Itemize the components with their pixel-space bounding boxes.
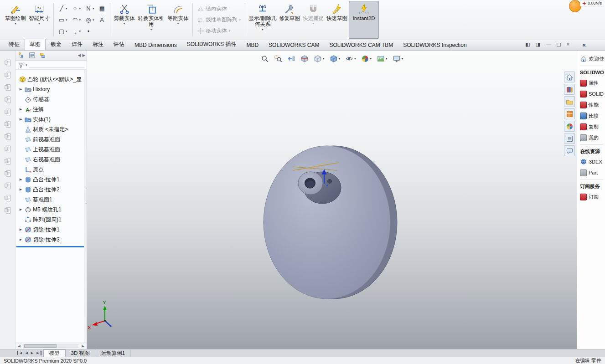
dropdown-arrow-icon[interactable]: ▾ bbox=[239, 18, 241, 22]
task-pane-item-3[interactable]: SOLID bbox=[580, 88, 605, 99]
tab-10[interactable]: SOLIDWORKS CAM TBM bbox=[324, 40, 398, 50]
rapid-sketch-button[interactable]: 快速草图 bbox=[325, 1, 349, 39]
spline-tool-button[interactable]: N▾ bbox=[83, 4, 96, 13]
model-view[interactable]: Y X bbox=[87, 51, 577, 349]
doc-tab-1[interactable]: 3D 视图 bbox=[66, 349, 96, 357]
sketch-button[interactable]: 草图绘制▾ bbox=[4, 1, 27, 39]
doc-tab-2[interactable]: 运动算例1 bbox=[95, 349, 130, 357]
left-toolbar-button-3[interactable] bbox=[3, 95, 13, 105]
dropdown-arrow-icon[interactable]: ▾ bbox=[312, 22, 314, 26]
restore-button[interactable]: ▢ bbox=[556, 41, 561, 47]
dropdown-arrow-icon[interactable]: ▾ bbox=[323, 57, 325, 61]
dropdown-arrow-icon[interactable]: ▾ bbox=[79, 18, 81, 22]
scroll-left-icon[interactable]: ◀ bbox=[16, 344, 22, 348]
expand-arrow-icon[interactable]: ▶ bbox=[18, 238, 23, 241]
text-tool-button[interactable]: A bbox=[97, 15, 107, 24]
left-toolbar-button-7[interactable] bbox=[3, 144, 13, 154]
minimize-button[interactable]: — bbox=[546, 41, 551, 47]
dropdown-arrow-icon[interactable]: ▾ bbox=[229, 29, 231, 33]
collapse-task-pane-button[interactable]: « bbox=[582, 41, 586, 48]
tab-0[interactable]: 特征 bbox=[4, 39, 25, 50]
feature-tree-vscroll[interactable] bbox=[84, 70, 87, 343]
fm-tabs-right-icon[interactable]: ▶ bbox=[83, 53, 85, 57]
edit-appearance-button[interactable]: ▾ bbox=[360, 54, 373, 64]
quick-snaps-button[interactable]: 快速捕捉▾ bbox=[301, 1, 325, 39]
tab-2[interactable]: 钣金 bbox=[46, 39, 67, 50]
dropdown-arrow-icon[interactable]: ▾ bbox=[150, 28, 152, 31]
tree-item-plane-7[interactable]: 右视基准面 bbox=[16, 154, 87, 164]
left-toolbar-button-4[interactable] bbox=[3, 107, 13, 117]
dropdown-arrow-icon[interactable]: ▾ bbox=[93, 7, 94, 10]
dropdown-arrow-icon[interactable]: ▾ bbox=[124, 22, 125, 26]
filter-input[interactable] bbox=[29, 62, 84, 68]
tree-item-plane-6[interactable]: 上视基准面 bbox=[16, 144, 87, 154]
left-toolbar-button-1[interactable] bbox=[3, 70, 13, 80]
appearances-tab[interactable] bbox=[564, 121, 575, 132]
line-tool-button[interactable]: ╱▾ bbox=[57, 4, 69, 13]
tree-item-circular-pattern-13[interactable]: 阵列(圆周)1 bbox=[16, 215, 87, 225]
tree-item-origin-8[interactable]: 原点 bbox=[16, 164, 87, 174]
task-pane-item-2[interactable]: 属性 bbox=[580, 77, 605, 88]
task-pane-item-12[interactable]: 订阅 bbox=[580, 191, 605, 202]
display-style-button[interactable]: ▾ bbox=[328, 54, 341, 64]
tree-item-plane-11[interactable]: 基准面1 bbox=[16, 195, 87, 205]
tab-11[interactable]: SOLIDWORKS Inspection bbox=[398, 40, 471, 50]
tree-root[interactable]: 凸轮 (默认<<默认>_显 bbox=[16, 74, 87, 84]
expand-arrow-icon[interactable]: ▶ bbox=[18, 118, 23, 121]
close-button[interactable]: × bbox=[567, 41, 569, 47]
dropdown-arrow-icon[interactable]: ▾ bbox=[386, 57, 388, 61]
previous-view-button[interactable] bbox=[286, 54, 296, 64]
expand-arrow-icon[interactable]: ▶ bbox=[18, 108, 23, 111]
property-manager-tab[interactable] bbox=[27, 51, 36, 60]
configuration-manager-tab[interactable] bbox=[38, 51, 47, 60]
trim-entities-button[interactable]: 剪裁实体▾ bbox=[113, 1, 136, 39]
rectangle-tool-button[interactable]: ▭▾ bbox=[57, 15, 69, 24]
file-explorer-tab[interactable] bbox=[564, 96, 575, 107]
smart-dimension-button[interactable]: 67智能尺寸▾ bbox=[27, 1, 51, 39]
tree-item-sensor-1[interactable]: 传感器 bbox=[16, 94, 87, 104]
cam-disc[interactable] bbox=[264, 146, 397, 299]
apply-scene-button[interactable]: ▾ bbox=[376, 54, 388, 64]
sketch-picture-tool-button[interactable]: ▦ bbox=[97, 4, 107, 13]
tree-item-thread-12[interactable]: ▶M5 螺纹孔1 bbox=[16, 205, 87, 215]
convert-entities-button[interactable]: 转换实体引用▾ bbox=[136, 1, 166, 39]
task-pane-item-4[interactable]: 性能 bbox=[580, 99, 605, 110]
hide-show-items-button[interactable]: ▾ bbox=[344, 54, 357, 64]
doc-tab-0[interactable]: 模型 bbox=[43, 349, 66, 357]
tree-item-cut-14[interactable]: ▶切除-拉伸1 bbox=[16, 225, 87, 235]
tab-7[interactable]: SOLIDWORKS 插件 bbox=[182, 39, 242, 50]
task-pane-item-10[interactable]: Part bbox=[580, 167, 605, 178]
dock-pane-left-button[interactable]: ◧ bbox=[525, 41, 530, 47]
tree-item-bodies-3[interactable]: ▶实体(1) bbox=[16, 114, 87, 124]
section-view-button[interactable] bbox=[300, 54, 310, 64]
dropdown-arrow-icon[interactable]: ▾ bbox=[354, 57, 356, 61]
next-doc-tab-button[interactable]: ▶ bbox=[30, 351, 35, 355]
custom-properties-tab[interactable] bbox=[564, 133, 575, 144]
first-doc-tab-button[interactable]: ◀ bbox=[17, 351, 23, 355]
display-delete-relations-button[interactable]: 显示/删除几何关系▾ bbox=[248, 1, 278, 39]
move-entities-button[interactable]: 移动实体▾ bbox=[197, 26, 241, 36]
expand-arrow-icon[interactable]: ▶ bbox=[18, 228, 23, 231]
left-toolbar-button-2[interactable] bbox=[3, 82, 13, 92]
task-pane-item-9[interactable]: 3DEX bbox=[580, 156, 605, 167]
tab-4[interactable]: 标注 bbox=[88, 39, 109, 50]
circle-tool-button[interactable]: ○▾ bbox=[70, 4, 83, 13]
arc-tool-button[interactable]: ◠▾ bbox=[70, 15, 83, 24]
scroll-right-icon[interactable]: ▶ bbox=[80, 344, 86, 348]
mirror-entities-button[interactable]: 镜向实体 bbox=[197, 5, 241, 14]
task-pane-item-5[interactable]: 比较 bbox=[580, 110, 605, 121]
forum-tab[interactable] bbox=[564, 145, 575, 156]
tab-8[interactable]: MBD bbox=[241, 40, 264, 50]
user-avatar[interactable] bbox=[569, 0, 581, 12]
last-doc-tab-button[interactable]: ▶ bbox=[35, 351, 41, 355]
tree-item-annotation-2[interactable]: ▶A注解 bbox=[16, 104, 87, 114]
tree-item-extrude-9[interactable]: ▶凸台-拉伸1 bbox=[16, 174, 87, 185]
dropdown-arrow-icon[interactable]: ▾ bbox=[38, 22, 40, 26]
expand-arrow-icon[interactable]: ▶ bbox=[18, 178, 23, 181]
feature-tree-hscroll[interactable]: ◀ ▶ bbox=[16, 343, 87, 349]
hscroll-thumb[interactable] bbox=[24, 344, 57, 348]
ellipse-tool-button[interactable]: ◎▾ bbox=[83, 15, 96, 24]
dropdown-arrow-icon[interactable]: ▾ bbox=[66, 7, 67, 10]
tree-item-plane-5[interactable]: 前视基准面 bbox=[16, 134, 87, 144]
dropdown-arrow-icon[interactable]: ▾ bbox=[93, 18, 94, 22]
